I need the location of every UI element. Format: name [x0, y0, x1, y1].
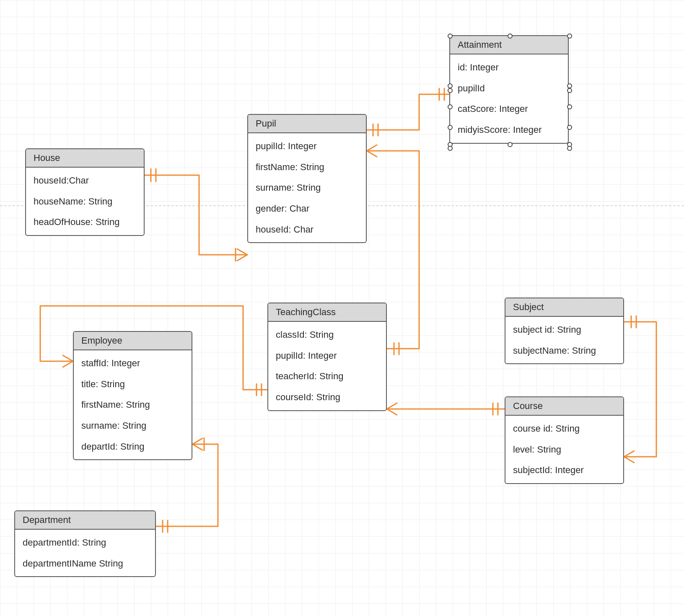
entity-attr: id: Integer — [450, 57, 568, 78]
entity-attr: midyisScore: Integer — [450, 119, 568, 140]
entity-attr: classId: String — [268, 324, 386, 345]
entity-attr: staffId: Integer — [74, 353, 192, 374]
selection-handle[interactable] — [567, 34, 572, 39]
entity-attr: teacherId: String — [268, 366, 386, 387]
erd-canvas[interactable]: HousehouseId:CharhouseName: StringheadOf… — [0, 0, 684, 616]
entity-attrs: course id: Stringlevel: StringsubjectId:… — [505, 416, 623, 483]
entity-attr: course id: String — [505, 418, 623, 439]
row-handle[interactable] — [448, 83, 453, 88]
entity-attr: pupilId: Integer — [268, 345, 386, 366]
selection-handle[interactable] — [508, 34, 513, 39]
selection-handle[interactable] — [508, 142, 513, 147]
entity-title: Employee — [74, 332, 192, 350]
entity-attrs: subject id: StringsubjectName: String — [505, 317, 623, 363]
entity-subject[interactable]: Subjectsubject id: StringsubjectName: St… — [505, 298, 624, 364]
row-handle[interactable] — [567, 104, 572, 109]
entity-department[interactable]: DepartmentdepartmentId: Stringdepartment… — [14, 510, 156, 577]
selection-handle[interactable] — [448, 34, 453, 39]
entity-teachingclass[interactable]: TeachingClassclassId: StringpupilId: Int… — [267, 303, 387, 411]
entity-attrs: departmentId: StringdepartmentIName Stri… — [15, 530, 155, 576]
entity-attr: gender: Char — [248, 198, 366, 219]
entity-title: Course — [505, 397, 623, 416]
entity-employee[interactable]: EmployeestaffId: Integertitle: Stringfir… — [73, 331, 192, 460]
row-handle[interactable] — [448, 104, 453, 109]
entity-attrs: id: IntegerpupilIdcatScore: Integermidyi… — [450, 54, 568, 143]
entity-attr: headOfHouse: String — [26, 212, 144, 233]
selection-handle[interactable] — [567, 88, 572, 93]
row-handle[interactable] — [448, 125, 453, 130]
entity-attr: courseId: String — [268, 387, 386, 408]
entity-attr: pupilId: Integer — [248, 136, 366, 157]
entity-attrs: classId: StringpupilId: IntegerteacherId… — [268, 322, 386, 410]
entity-attr: firstName: String — [248, 157, 366, 178]
entity-attr: subjectId: Integer — [505, 460, 623, 481]
entity-title: Attainment — [450, 36, 568, 54]
entity-attrs: staffId: Integertitle: StringfirstName: … — [74, 350, 192, 459]
entity-attr: houseId:Char — [26, 170, 144, 191]
entity-attainment[interactable]: Attainmentid: IntegerpupilIdcatScore: In… — [449, 35, 569, 144]
entity-attrs: houseId:CharhouseName: StringheadOfHouse… — [26, 168, 144, 235]
row-handle[interactable] — [567, 125, 572, 130]
row-handle[interactable] — [567, 146, 572, 151]
entity-attr: subject id: String — [505, 319, 623, 340]
entity-attrs: pupilId: IntegerfirstName: Stringsurname… — [248, 133, 366, 242]
row-handle[interactable] — [567, 83, 572, 88]
entity-attr: subjectName: String — [505, 340, 623, 361]
entity-course[interactable]: Coursecourse id: Stringlevel: Stringsubj… — [505, 396, 624, 484]
entity-title: House — [26, 149, 144, 168]
selection-handle[interactable] — [448, 88, 453, 93]
entity-title: Subject — [505, 298, 623, 317]
entity-attr: departmentIName String — [15, 553, 155, 574]
entity-attr: catScore: Integer — [450, 98, 568, 119]
entity-attr: houseId: Char — [248, 219, 366, 240]
entity-title: Department — [15, 511, 155, 530]
entity-attr: departmentId: String — [15, 532, 155, 553]
entity-attr: surname: String — [74, 415, 192, 436]
entity-attr: firstName: String — [74, 394, 192, 415]
entity-attr: title: String — [74, 374, 192, 395]
entity-house[interactable]: HousehouseId:CharhouseName: StringheadOf… — [25, 148, 145, 236]
entity-attr: houseName: String — [26, 191, 144, 212]
entity-attr: level: String — [505, 439, 623, 460]
row-handle[interactable] — [448, 146, 453, 151]
entity-pupil[interactable]: PupilpupilId: IntegerfirstName: Stringsu… — [247, 114, 367, 243]
entity-attr: pupilId — [450, 78, 568, 99]
entity-title: Pupil — [248, 115, 366, 133]
entity-attr: departId: String — [74, 436, 192, 457]
entity-title: TeachingClass — [268, 303, 386, 322]
entity-attr: surname: String — [248, 177, 366, 198]
